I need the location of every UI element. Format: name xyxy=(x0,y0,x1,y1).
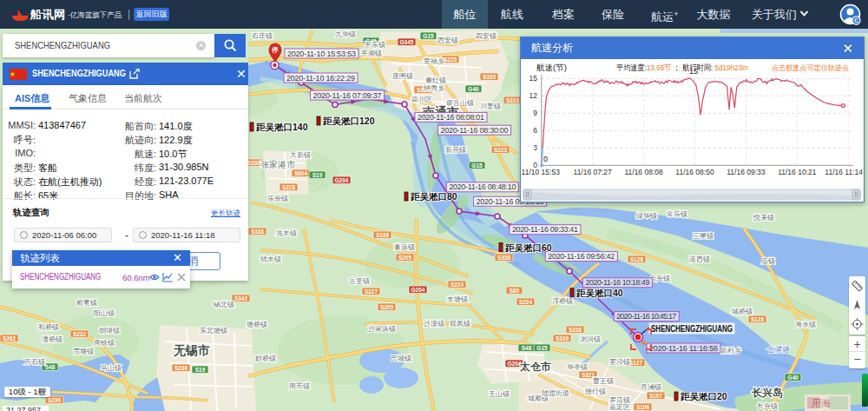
svg-text:S338: S338 xyxy=(247,160,261,166)
svg-text:曹王镇: 曹王镇 xyxy=(593,377,614,385)
svg-text:锦丰镇: 锦丰镇 xyxy=(260,255,281,263)
svg-text:双凤镇: 双凤镇 xyxy=(450,320,470,328)
svg-text:2020-11-16 07:09:37: 2020-11-16 07:09:37 xyxy=(313,91,382,100)
svg-text:G40: G40 xyxy=(787,375,799,381)
svg-text:S128: S128 xyxy=(630,256,644,262)
svg-text:S127: S127 xyxy=(629,360,643,366)
svg-text:3: 3 xyxy=(533,143,537,152)
svg-text:平均速度:13.65节 ； 航行时间: 5d19h23m: 平均速度:13.65节 ； 航行时间: 5d19h23m xyxy=(616,63,748,72)
svg-text:S338: S338 xyxy=(569,327,582,333)
svg-text:2020-11-16 08:08:01: 2020-11-16 08:08:01 xyxy=(418,113,484,122)
svg-text:徐行镇: 徐行镇 xyxy=(585,388,606,395)
svg-text:S106: S106 xyxy=(636,404,650,410)
svg-text:2020-11-16 08:48:10: 2020-11-16 08:48:10 xyxy=(449,182,516,191)
svg-text:G204: G204 xyxy=(335,177,349,183)
svg-text:S223: S223 xyxy=(494,147,508,153)
svg-text:崇川区: 崇川区 xyxy=(411,96,432,103)
svg-text:西安镇: 西安镇 xyxy=(437,36,458,44)
svg-text:S48: S48 xyxy=(45,364,56,370)
svg-text:绿华镇: 绿华镇 xyxy=(635,212,657,220)
svg-text:浮桥镇: 浮桥镇 xyxy=(552,297,573,305)
svg-text:嘉定区: 嘉定区 xyxy=(609,403,630,411)
svg-text:距吴淞口80: 距吴淞口80 xyxy=(411,191,457,202)
svg-text:新村乡: 新村乡 xyxy=(720,347,741,355)
svg-text:董浜镇: 董浜镇 xyxy=(394,243,415,251)
svg-text:锡北镇: 锡北镇 xyxy=(213,301,234,308)
svg-text:S338: S338 xyxy=(497,255,511,261)
svg-text:S80: S80 xyxy=(510,288,520,294)
svg-text:0: 0 xyxy=(543,155,548,163)
svg-text:张家港市: 张家港市 xyxy=(260,160,296,169)
svg-text:支塘镇: 支塘镇 xyxy=(447,295,468,303)
svg-text:11/10 15:53: 11/10 15:53 xyxy=(522,168,561,176)
svg-text:S223: S223 xyxy=(506,97,520,103)
svg-text:和桥镇: 和桥镇 xyxy=(38,323,59,331)
svg-text:漕桥镇: 漕桥镇 xyxy=(42,335,62,343)
svg-text:S338: S338 xyxy=(251,229,265,235)
svg-text:乐余镇: 乐余镇 xyxy=(267,195,288,202)
svg-text:11/16 10:21: 11/16 10:21 xyxy=(778,168,817,176)
svg-text:S225: S225 xyxy=(444,56,457,63)
svg-text:塘桥镇: 塘桥镇 xyxy=(246,321,267,328)
svg-text:川姜镇: 川姜镇 xyxy=(480,103,501,110)
svg-text:2020-11-10 16:22:29: 2020-11-10 16:22:29 xyxy=(286,74,355,83)
svg-text:秦灶镇: 秦灶镇 xyxy=(425,76,446,84)
svg-text:2020-11-10 15:53:53: 2020-11-10 15:53:53 xyxy=(287,50,356,58)
svg-text:东北塘镇: 东北塘镇 xyxy=(200,327,227,335)
svg-text:C: C xyxy=(854,17,858,23)
svg-text:庙镇: 庙镇 xyxy=(761,257,775,265)
svg-text:2020-11-16 09:56:42: 2020-11-16 09:56:42 xyxy=(548,252,615,261)
svg-text:钟秀乡: 钟秀乡 xyxy=(423,84,444,92)
svg-text:★: ★ xyxy=(10,70,16,78)
svg-text:罗泾镇: 罗泾镇 xyxy=(609,358,630,366)
svg-text:G40: G40 xyxy=(468,86,479,92)
svg-text:S128: S128 xyxy=(751,316,765,322)
svg-text:S19: S19 xyxy=(312,172,323,178)
svg-text:S107: S107 xyxy=(649,393,663,399)
svg-text:大新镇: 大新镇 xyxy=(290,151,311,159)
svg-text:周市镇: 周市镇 xyxy=(289,382,310,390)
svg-text:胡埭镇: 胡埭镇 xyxy=(99,327,120,335)
svg-text:海永镇: 海永镇 xyxy=(795,321,816,328)
svg-text:S228: S228 xyxy=(282,184,296,190)
svg-text:S338: S338 xyxy=(376,232,390,238)
svg-text:15: 15 xyxy=(529,74,538,83)
svg-text:2020-11-16 08:30:00: 2020-11-16 08:30:00 xyxy=(441,126,509,135)
svg-text:11/16 09:33: 11/16 09:33 xyxy=(727,168,766,176)
svg-text:12: 12 xyxy=(529,91,538,100)
svg-text:S339: S339 xyxy=(556,335,569,341)
svg-text:距吴淞口40: 距吴淞口40 xyxy=(576,288,623,298)
svg-text:前黄镇: 前黄镇 xyxy=(76,299,97,307)
svg-text:2020-11-16 10:45:17: 2020-11-16 10:45:17 xyxy=(616,312,676,321)
svg-text:S19: S19 xyxy=(195,367,206,373)
svg-text:马山镇: 马山镇 xyxy=(101,364,122,372)
svg-text:七浦塘: 七浦塘 xyxy=(766,345,791,354)
svg-text:周铁镇: 周铁镇 xyxy=(94,339,115,347)
svg-text:万石镇: 万石镇 xyxy=(24,358,45,366)
svg-text:新开镇: 新开镇 xyxy=(445,146,466,154)
svg-text:距吴淞口140: 距吴淞口140 xyxy=(256,122,308,132)
svg-text:沙溪镇: 沙溪镇 xyxy=(424,320,444,328)
svg-text:幸福乡: 幸福乡 xyxy=(423,57,444,65)
svg-text:太仓市: 太仓市 xyxy=(519,361,551,373)
svg-text:距吴淞口120: 距吴淞口120 xyxy=(323,116,375,126)
svg-text:2020-11-16 11:16:56: 2020-11-16 11:16:56 xyxy=(649,344,718,353)
svg-text:浏河镇: 浏河镇 xyxy=(580,335,601,343)
svg-text:月浦镇: 月浦镇 xyxy=(641,383,661,391)
svg-text:2020-11-16 10:18:49: 2020-11-16 10:18:49 xyxy=(585,278,649,287)
svg-text:G15: G15 xyxy=(536,345,548,351)
svg-text:9: 9 xyxy=(533,109,537,117)
svg-text:11/16 08:08: 11/16 08:08 xyxy=(624,168,663,176)
svg-text:巴城镇: 巴城镇 xyxy=(391,355,411,362)
svg-text:G15: G15 xyxy=(471,162,483,169)
svg-text:长兴镇: 长兴镇 xyxy=(757,402,778,410)
svg-text:11/16 11:14: 11/16 11:14 xyxy=(825,168,863,176)
svg-text:阳山镇: 阳山镇 xyxy=(94,309,115,317)
svg-text:S230: S230 xyxy=(174,365,188,371)
svg-text:陆渡街道: 陆渡街道 xyxy=(542,389,569,397)
svg-text:距吴淞口20: 距吴淞口20 xyxy=(681,391,727,401)
svg-text:G204: G204 xyxy=(411,287,425,293)
svg-text:距吴淞口60: 距吴淞口60 xyxy=(505,242,552,253)
svg-text:悦来镇: 悦来镇 xyxy=(753,214,774,222)
svg-text:妙桥镇: 妙桥镇 xyxy=(255,355,276,362)
